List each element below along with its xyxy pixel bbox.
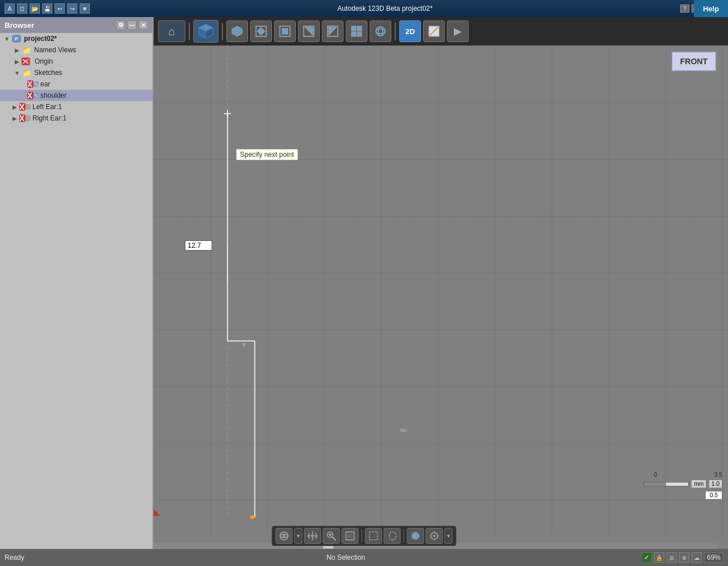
scale-35: 3.5 [714,472,722,478]
scale-area: 0 3.5 mm 1.0 0.5 [643,472,722,500]
status-cloud-icon[interactable]: ☁ [692,552,702,563]
status-icons: ✓ 🔒 ⊞ ⊕ ☁ 69% [642,552,723,563]
pan-btn[interactable] [304,528,321,544]
select-box-btn[interactable] [365,528,382,544]
help-icon[interactable]: ? [680,5,689,13]
svg-rect-8 [282,28,288,34]
visual-style-btn[interactable] [407,528,424,544]
sketches-folder-icon: 📁 [22,68,32,77]
main-toolbar: ⌂ 2D [154,17,728,45]
shoulder-label: shoulder [40,91,67,99]
front-view-btn[interactable] [250,20,272,42]
tree-shoulder[interactable]: shoulder [0,90,152,101]
toolbar-separator-3 [395,23,396,40]
top-view-btn[interactable] [274,20,296,42]
tree-origin[interactable]: ▶ Origin [0,56,152,67]
redo-btn[interactable]: ↪ [67,3,77,14]
scale-unit: mm [691,480,706,488]
orbit-btn[interactable] [276,528,293,544]
svg-rect-15 [351,32,356,36]
svg-text:||: || [399,428,406,432]
browser-panel: Browser ⧉ — ✕ ▼ P project02* ▶ 📁 Named V… [0,17,154,549]
scale-bar-container: mm 1.0 [643,480,722,488]
right-view-btn[interactable] [322,20,344,42]
tree-named-views[interactable]: ▶ 📁 Named Views [0,44,152,56]
status-lock-icon[interactable]: 🔒 [654,552,664,563]
right-ear-icon [19,114,31,123]
scale-bar-light [666,482,688,486]
svg-point-18 [376,29,385,34]
tree-sketches[interactable]: ▼ 📁 Sketches [0,67,152,78]
status-selection: No Selection [249,553,442,561]
undo-btn[interactable]: ↩ [55,3,65,14]
orbit-dropdown[interactable]: ▼ [295,528,303,544]
dimension-input-box[interactable] [185,240,212,251]
titlebar: A 🗋 📂 💾 ↩ ↪ ▼ Autodesk 123D Beta project… [0,0,728,17]
browser-header: Browser ⧉ — ✕ [0,17,152,33]
ear-sketch-icon [27,80,39,89]
select-free-btn[interactable] [384,528,401,544]
solid-view-btn[interactable] [226,20,248,42]
left-ear-icon [19,102,31,111]
display-btn[interactable] [426,528,443,544]
open-btn[interactable]: 📂 [30,3,40,14]
svg-rect-42 [26,105,30,109]
save-btn[interactable]: 💾 [42,3,52,14]
extra-btn[interactable]: ▶ [447,20,469,42]
orbit-view-btn[interactable] [370,20,391,42]
tree-left-ear[interactable]: ▶ Left Ear:1 [0,101,152,113]
right-ear-arrow: ▶ [11,115,18,122]
origin-arrow: ▶ [14,58,20,65]
browser-float-icon[interactable]: ⧉ [116,20,125,30]
toolbar-separator-2 [222,23,223,40]
toolbar-separator [189,23,190,40]
scale-labels: 0 3.5 [654,472,722,478]
status-grid-icon[interactable]: ⊞ [667,552,677,563]
svg-rect-16 [357,32,362,36]
svg-rect-13 [351,26,356,31]
front-view-label: FRONT [671,51,717,72]
grid-view-btn[interactable] [346,20,367,42]
2d-view-btn[interactable]: 2D [399,20,421,42]
browser-close-icon[interactable]: ✕ [139,20,148,30]
toolbar-quick-access[interactable]: A 🗋 📂 💾 ↩ ↪ ▼ [5,3,90,14]
float-separator-2 [404,530,404,542]
app-icon[interactable]: A [5,3,15,14]
status-zoom-percent[interactable]: 69% [704,552,723,563]
origin-label: Origin [35,57,53,65]
viewport[interactable]: ≡ || Specify next point FRONT 0 3.5 mm [154,45,728,535]
status-snap-icon[interactable]: ⊕ [679,552,689,563]
tree-right-ear[interactable]: ▶ Right Ear:1 [0,113,152,124]
named-views-arrow: ▶ [14,47,20,53]
sketch-edit-btn[interactable] [423,20,445,42]
tree-ear[interactable]: ear [0,78,152,90]
zoom-btn[interactable] [323,528,340,544]
svg-rect-69 [370,532,378,540]
dimension-value-input[interactable] [188,242,210,249]
bottom-scale: 0.5 [705,491,722,500]
left-view-btn[interactable] [298,20,320,42]
help-bar[interactable]: Help [694,0,728,17]
more-btn[interactable]: ▼ [80,3,90,14]
float-separator [362,530,362,542]
status-ready: Ready [5,553,50,561]
named-views-label: Named Views [34,46,76,54]
bottom-scale-value[interactable]: 0.5 [705,491,722,500]
left-ear-arrow: ▶ [11,103,18,110]
svg-point-17 [376,27,385,36]
tree-project-root[interactable]: ▼ P project02* [0,33,152,44]
shoulder-sketch-icon [27,91,39,100]
scale-bar [643,482,689,486]
svg-text:≡: ≡ [242,341,246,348]
browser-min-icon[interactable]: — [127,20,136,30]
view-cube-btn[interactable] [193,20,218,43]
home-view-btn[interactable]: ⌂ [158,20,185,42]
fit-btn[interactable] [342,528,359,544]
status-check-icon[interactable]: ✓ [642,552,652,563]
scale-value: 1.0 [709,480,722,488]
svg-point-70 [412,532,420,540]
svg-point-62 [283,535,286,537]
new-btn[interactable]: 🗋 [17,3,27,14]
display-dropdown[interactable]: ▼ [445,528,453,544]
browser-header-icons[interactable]: ⧉ — ✕ [116,20,148,30]
